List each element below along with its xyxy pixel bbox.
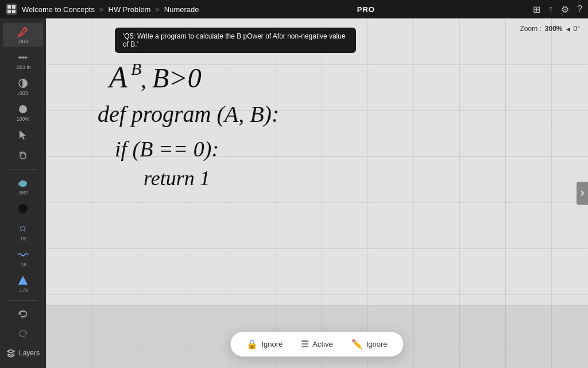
bottom-action-bar: 🔒 Ignore ☰ Active ✏️ Ignore bbox=[230, 332, 403, 356]
svg-text:A: A bbox=[107, 61, 127, 94]
svg-point-14 bbox=[18, 204, 28, 213]
tooltip-text: 'Q5: Write a program to calculate the B … bbox=[123, 32, 346, 48]
separator2 bbox=[9, 300, 37, 301]
contrast-label: .003 bbox=[18, 90, 28, 96]
breadcrumb-home[interactable]: Welcome to Concepts bbox=[22, 5, 95, 14]
tool-pen[interactable]: .003 bbox=[3, 23, 43, 47]
lock-icon: 🔒 bbox=[246, 339, 258, 350]
svg-rect-3 bbox=[12, 10, 16, 13]
active-label: Active bbox=[312, 340, 332, 348]
tool-undo[interactable] bbox=[3, 305, 43, 323]
svg-point-20 bbox=[20, 230, 21, 231]
zoom-value[interactable]: 300% bbox=[545, 25, 563, 33]
topbar-left: Welcome to Concepts > HW Problem > Numer… bbox=[6, 3, 199, 15]
svg-text:B>0: B>0 bbox=[152, 63, 202, 93]
sidebar: .003 .003 in .003 100% bbox=[0, 18, 46, 368]
cloud-label: .682 bbox=[18, 190, 28, 195]
zoom-label: Zoom : bbox=[520, 25, 541, 33]
ruler-label: .003 in bbox=[15, 64, 30, 70]
topbar: Welcome to Concepts > HW Problem > Numer… bbox=[0, 0, 588, 18]
layers-label: Layers bbox=[19, 349, 40, 357]
app-icon[interactable] bbox=[6, 3, 17, 15]
tool-wave[interactable]: .16 bbox=[3, 246, 43, 270]
pencil-icon: ✏️ bbox=[351, 339, 363, 350]
lines-icon: ☰ bbox=[301, 339, 309, 350]
active-button[interactable]: ☰ Active bbox=[296, 336, 337, 352]
svg-point-16 bbox=[22, 226, 24, 227]
ignore2-label: Ignore bbox=[366, 340, 388, 348]
upload-icon[interactable]: ↑ bbox=[548, 4, 553, 14]
breadcrumb-sep2: > bbox=[155, 5, 160, 14]
tool-hand[interactable] bbox=[3, 147, 43, 164]
spray-label: .02 bbox=[20, 236, 27, 241]
zoom-icon[interactable]: ◂ bbox=[566, 24, 570, 33]
tool-contrast[interactable]: .003 bbox=[3, 75, 43, 98]
pen-label: .003 bbox=[18, 39, 28, 44]
breadcrumb-sep1: > bbox=[99, 5, 104, 14]
svg-text:return 1: return 1 bbox=[144, 167, 210, 190]
topbar-right: ⊞ ↑ ⚙ ? bbox=[533, 4, 582, 15]
svg-text:B: B bbox=[131, 59, 141, 78]
svg-text:,: , bbox=[141, 67, 146, 93]
svg-point-18 bbox=[21, 229, 22, 231]
pro-badge: PRO bbox=[357, 5, 375, 14]
tool-triangle[interactable]: .172 bbox=[3, 272, 43, 296]
svg-point-15 bbox=[20, 227, 21, 228]
svg-rect-1 bbox=[12, 5, 16, 9]
wave-label: .16 bbox=[20, 262, 27, 267]
help-icon[interactable]: ? bbox=[577, 4, 582, 14]
svg-point-21 bbox=[25, 226, 26, 227]
svg-text:if (B == 0):: if (B == 0): bbox=[115, 137, 219, 162]
image-icon[interactable]: ⊞ bbox=[533, 4, 540, 15]
tool-spray[interactable]: .02 bbox=[3, 220, 43, 244]
svg-point-19 bbox=[24, 230, 25, 231]
tool-brush[interactable] bbox=[3, 200, 43, 218]
scroll-handle[interactable] bbox=[577, 182, 588, 205]
canvas-area[interactable]: Zoom : 300% ◂ 0° 'Q5: Write a program to… bbox=[46, 18, 588, 368]
svg-point-17 bbox=[24, 228, 25, 229]
ignore1-label: Ignore bbox=[261, 340, 283, 348]
breadcrumb-item2[interactable]: Numerade bbox=[164, 5, 199, 14]
svg-point-9 bbox=[19, 105, 27, 113]
svg-rect-0 bbox=[7, 5, 11, 9]
handwriting-content: A B , B>0 def program (A, B): if (B == 0… bbox=[92, 53, 379, 216]
opacity100-label: 100% bbox=[16, 116, 29, 122]
svg-point-13 bbox=[20, 181, 25, 185]
tool-opacity100[interactable]: 100% bbox=[3, 101, 43, 124]
question-tooltip: 'Q5: Write a program to calculate the B … bbox=[115, 28, 356, 53]
breadcrumb-item1[interactable]: HW Problem bbox=[109, 5, 151, 14]
svg-text:def  program (A, B):: def program (A, B): bbox=[98, 101, 279, 127]
ignore-button-1[interactable]: 🔒 Ignore bbox=[242, 336, 287, 352]
svg-rect-2 bbox=[7, 10, 11, 13]
triangle-label: .172 bbox=[18, 288, 28, 293]
tool-redo[interactable] bbox=[3, 325, 43, 342]
tool-select[interactable] bbox=[3, 126, 43, 144]
tool-cloud[interactable]: .682 bbox=[3, 174, 43, 198]
tool-ruler[interactable]: .003 in bbox=[3, 49, 43, 72]
layers-button[interactable]: Layers bbox=[2, 345, 44, 363]
ignore-button-2[interactable]: ✏️ Ignore bbox=[347, 336, 392, 352]
zoom-angle: 0° bbox=[574, 25, 580, 33]
zoom-bar: Zoom : 300% ◂ 0° bbox=[520, 24, 580, 33]
main-layout: .003 .003 in .003 100% bbox=[0, 18, 588, 368]
separator1 bbox=[9, 169, 37, 170]
settings-icon[interactable]: ⚙ bbox=[561, 4, 569, 15]
